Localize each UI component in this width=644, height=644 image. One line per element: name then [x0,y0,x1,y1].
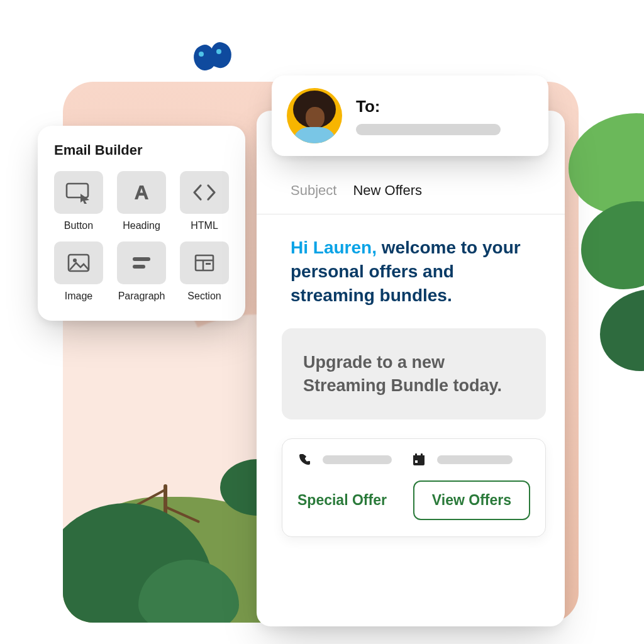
builder-block-label: Heading [117,220,166,231]
builder-block-button[interactable]: Button [54,171,103,231]
svg-rect-4 [133,265,145,269]
html-icon [180,171,229,214]
calendar-icon [412,453,426,467]
view-offers-button[interactable]: View Offers [413,480,530,520]
subject-label: Subject [291,182,336,199]
builder-block-heading[interactable]: Heading [117,171,166,231]
to-label: To: [356,97,533,116]
butterfly-icon [194,43,238,80]
builder-block-label: Button [54,220,103,231]
svg-rect-12 [413,455,425,458]
email-compose-card: Subject New Offers Hi Lauren, welcome to… [257,111,565,626]
skeleton-text [323,455,392,464]
to-field-placeholder[interactable] [356,124,501,135]
recipient-card: To: [272,75,548,156]
heading-icon [117,171,166,214]
offer-meta-row [297,453,530,467]
email-greeting: Hi Lauren, [291,238,377,257]
builder-block-grid: Button Heading HTML [54,171,229,302]
svg-point-2 [73,258,77,262]
phone-icon [297,453,311,467]
builder-block-label: Paragraph [117,291,166,302]
offer-card: Special Offer View Offers [282,438,546,537]
svg-rect-8 [206,263,211,265]
subject-row[interactable]: Subject New Offers [257,169,565,214]
image-icon [54,242,103,284]
email-builder-title: Email Builder [54,142,229,158]
paragraph-icon [117,242,166,284]
svg-rect-15 [415,460,418,463]
svg-rect-14 [421,453,423,457]
builder-block-label: Image [54,291,103,302]
svg-rect-0 [67,184,88,197]
svg-rect-3 [133,257,150,261]
avatar [287,88,342,143]
skeleton-text [437,455,513,464]
button-icon [54,171,103,214]
special-offer-label: Special Offer [297,492,387,509]
builder-block-html[interactable]: HTML [180,171,229,231]
svg-rect-13 [415,453,417,457]
email-builder-panel: Email Builder Button Heading [38,126,245,321]
section-icon [180,242,229,284]
builder-block-label: HTML [180,220,229,231]
builder-block-label: Section [180,291,229,302]
builder-block-section[interactable]: Section [180,242,229,302]
builder-block-paragraph[interactable]: Paragraph [117,242,166,302]
email-headline: Hi Lauren, welcome to your personal offe… [257,214,565,307]
promo-block: Upgrade to a new Streaming Bundle today. [282,328,546,419]
subject-value: New Offers [353,182,422,199]
builder-block-image[interactable]: Image [54,242,103,302]
